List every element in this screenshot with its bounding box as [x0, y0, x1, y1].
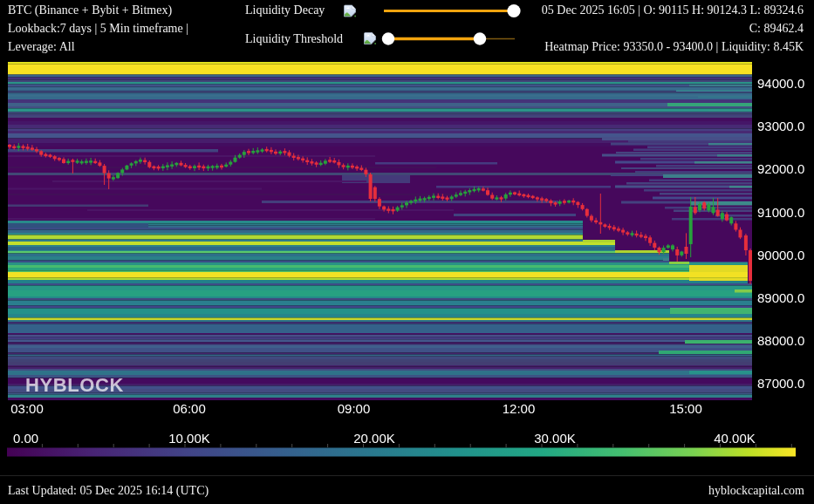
svg-text:HYBLOCK: HYBLOCK: [25, 374, 124, 396]
